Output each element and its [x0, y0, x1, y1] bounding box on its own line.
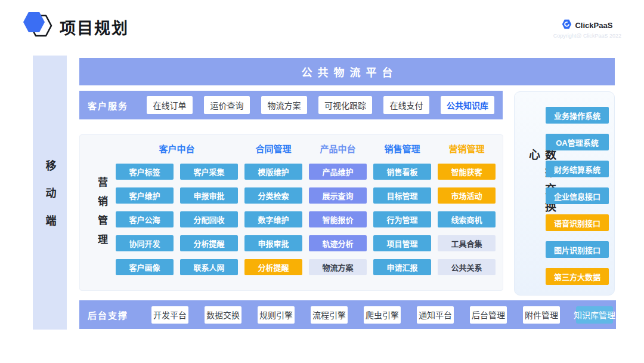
backend-button-process-engine[interactable]: 流程引擎 — [311, 306, 348, 324]
grid-cell[interactable]: 产品维护 — [309, 164, 367, 180]
page: 项目规划 ClickPaaS Copyright@ ClickPaaS 2022… — [0, 0, 644, 363]
exchange-item-third-party-bigdata[interactable]: 第三方大数据 — [546, 268, 609, 285]
grid-cell[interactable]: 客户公海 — [116, 211, 174, 227]
customer-service-label: 客户服务 — [88, 99, 128, 112]
header-contract-management: 合同管理 — [244, 142, 302, 155]
backend-button-notification-platform[interactable]: 通知平台 — [417, 306, 454, 324]
banner-label: 公共物流平台 — [296, 64, 398, 79]
grid-cell[interactable]: 模版维护 — [244, 164, 302, 180]
grid-cell[interactable]: 客户标签 — [116, 164, 174, 180]
exchange-item-oa-system[interactable]: OA管理系统 — [546, 134, 609, 150]
grid-cell[interactable]: 分配回收 — [180, 211, 238, 227]
grid-column-customer-b: 客户采集 申报审批 分配回收 分析提醒 联系人网 — [180, 164, 238, 275]
mobile-side-bar: 移动端 — [33, 56, 67, 330]
grid-column-marketing: 智能获客 市场活动 线索商机 工具合集 公共关系 — [438, 164, 496, 275]
cs-button-public-knowledge-base[interactable]: 公共知识库 — [441, 96, 494, 114]
clickpaas-logo-icon — [562, 19, 572, 32]
customer-service-row: 客户服务 在线订单 运价查询 物流方案 可视化跟踪 在线支付 公共知识库 — [79, 91, 503, 119]
grid-cell[interactable]: 销售看板 — [373, 164, 431, 180]
grid-cell[interactable]: 申报审批 — [244, 235, 302, 251]
grid-cell[interactable]: 数字维护 — [244, 211, 302, 227]
grid-cell[interactable]: 轨迹分析 — [309, 235, 367, 251]
grid-cell[interactable]: 智能报价 — [309, 211, 367, 227]
exchange-item-enterprise-info-api[interactable]: 企业信息接口 — [546, 187, 609, 204]
hexagon-logo-icon — [21, 11, 55, 39]
marketing-management-side-label: 营销管理 — [94, 177, 109, 253]
brand-block: ClickPaaS Copyright@ ClickPaaS 2022 — [553, 19, 621, 39]
grid-cell[interactable]: 分析提醒 — [180, 235, 238, 251]
grid-column-customer-a: 客户标签 客户维护 客户公海 协同开发 客户画像 — [116, 164, 174, 275]
grid-header-row: 客户中台 合同管理 产品中台 销售管理 营销管理 — [116, 142, 503, 155]
grid-cell[interactable]: 行为管理 — [373, 211, 431, 227]
exchange-item-business-ops[interactable]: 业务操作系统 — [546, 107, 609, 124]
brand-name: ClickPaaS — [575, 21, 612, 30]
grid-cell[interactable]: 分类检索 — [244, 187, 302, 204]
backend-button-dev-platform[interactable]: 开发平台 — [151, 306, 188, 324]
exchange-item-finance-system[interactable]: 财务结算系统 — [546, 161, 609, 177]
grid-cell[interactable]: 智能获客 — [438, 164, 496, 180]
grid-cell[interactable]: 展示查询 — [309, 187, 367, 204]
cs-button-logistics-plan[interactable]: 物流方案 — [261, 96, 307, 114]
exchange-item-voice-recognition-api[interactable]: 语音识别接口 — [546, 214, 609, 231]
grid-column-contract: 模版维护 分类检索 数字维护 申报审批 分析提醒 — [244, 164, 302, 275]
header-customer-platform: 客户中台 — [116, 142, 238, 155]
public-logistics-platform-banner: 公共物流平台 — [79, 58, 615, 85]
exchange-item-image-recognition-api[interactable]: 图片识别接口 — [546, 241, 609, 258]
grid-cell[interactable]: 物流方案 — [309, 259, 367, 275]
grid-body: 客户标签 客户维护 客户公海 协同开发 客户画像 客户采集 申报审批 分配回收 … — [116, 164, 503, 275]
grid-cell[interactable]: 工具合集 — [438, 235, 496, 251]
cs-button-visual-tracking[interactable]: 可视化跟踪 — [318, 96, 372, 114]
data-exchange-panel: 数据交换中心 业务操作系统 OA管理系统 财务结算系统 企业信息接口 语音识别接… — [514, 91, 615, 296]
grid-cell[interactable]: 项目管理 — [373, 235, 431, 251]
grid-cell[interactable]: 客户维护 — [116, 187, 174, 204]
grid-cell[interactable]: 线索商机 — [438, 211, 496, 227]
grid-cell[interactable]: 客户画像 — [116, 259, 174, 275]
grid-cell[interactable]: 公共关系 — [438, 259, 496, 275]
backend-button-backend-mgmt[interactable]: 后台管理 — [470, 306, 507, 324]
header-product-platform: 产品中台 — [309, 142, 367, 155]
backend-button-rule-engine[interactable]: 规则引擎 — [258, 306, 295, 324]
header-marketing-management: 营销管理 — [438, 142, 496, 155]
backend-button-crawler-engine[interactable]: 爬虫引擎 — [364, 306, 401, 324]
grid-cell[interactable]: 分析提醒 — [244, 259, 302, 275]
grid-column-product: 产品维护 展示查询 智能报价 轨迹分析 物流方案 — [309, 164, 367, 275]
grid-cell[interactable]: 申报审批 — [180, 187, 238, 204]
backend-support-row: 后台支撑 开发平台 数据交换 规则引擎 流程引擎 爬虫引擎 通知平台 后台管理 … — [79, 300, 616, 329]
header-sales-management: 销售管理 — [373, 142, 431, 155]
grid-cell[interactable]: 申请汇报 — [373, 259, 431, 275]
grid-column-sales: 销售看板 目标管理 行为管理 项目管理 申请汇报 — [373, 164, 431, 275]
backend-button-knowledge-base-mgmt[interactable]: 知识库管理 — [576, 306, 613, 324]
mobile-side-bar-label: 移动端 — [42, 143, 58, 242]
grid-cell[interactable]: 客户采集 — [180, 164, 238, 180]
grid-cell[interactable]: 目标管理 — [373, 187, 431, 204]
cs-button-freight-query[interactable]: 运价查询 — [204, 96, 250, 114]
backend-button-attachment-mgmt[interactable]: 附件管理 — [523, 306, 560, 324]
copyright-text: Copyright@ ClickPaaS 2022 — [553, 33, 621, 39]
backend-button-data-exchange[interactable]: 数据交换 — [205, 306, 242, 324]
main-grid-panel: 营销管理 客户中台 合同管理 产品中台 销售管理 营销管理 客户标签 客户维护 … — [79, 134, 503, 291]
data-exchange-items: 业务操作系统 OA管理系统 财务结算系统 企业信息接口 语音识别接口 图片识别接… — [546, 107, 609, 285]
page-title: 项目规划 — [60, 16, 129, 39]
grid-cell[interactable]: 协同开发 — [116, 235, 174, 251]
cs-button-online-payment[interactable]: 在线支付 — [383, 96, 429, 114]
grid-cell[interactable]: 市场活动 — [438, 187, 496, 204]
cs-button-online-order[interactable]: 在线订单 — [147, 96, 193, 114]
grid-cell[interactable]: 联系人网 — [180, 259, 238, 275]
backend-support-label: 后台支撑 — [88, 309, 128, 321]
